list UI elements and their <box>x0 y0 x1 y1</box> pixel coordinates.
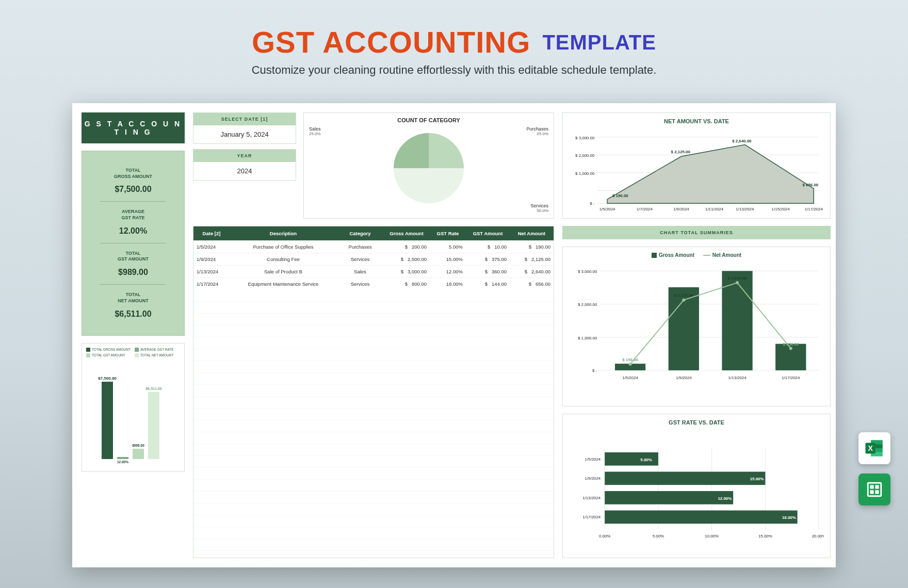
hbar-svg: 5.00% 15.00% 12.00% 18.00% 1/5/2024 1/9/… <box>569 428 824 561</box>
pie-label-services: Services50.0% <box>530 203 548 213</box>
legend-net-amt: TOTAL NET AMOUNT <box>135 353 180 357</box>
svg-text:$ 3,000.00: $ 3,000.00 <box>578 270 597 274</box>
mini-bars-svg: $7,500.00 12.00% $989.00 $6,511.00 <box>91 369 179 466</box>
stat-gross-label: TOTALGROSS AMOUNT <box>86 168 180 179</box>
table-row[interactable]: 1/5/2024Purchase of Office SuppliesPurch… <box>193 241 554 253</box>
stat-avg-rate: AVERAGEGST RATE 12.00% <box>86 202 180 242</box>
transactions-table: Date [2] Description Category Gross Amou… <box>193 226 554 558</box>
stat-gst-amount: TOTALGST AMOUNT $989.00 <box>86 243 180 284</box>
svg-text:$ 190.00: $ 190.00 <box>612 193 628 198</box>
svg-text:1/11/2024: 1/11/2024 <box>705 207 724 211</box>
svg-text:5.00%: 5.00% <box>653 534 664 538</box>
svg-text:1/15/2024: 1/15/2024 <box>771 207 790 211</box>
svg-rect-65 <box>605 511 797 524</box>
year-picker-value: 2024 <box>193 162 296 180</box>
svg-rect-6 <box>148 392 159 459</box>
svg-text:1/7/2024: 1/7/2024 <box>637 207 653 211</box>
year-picker[interactable]: YEAR 2024 <box>193 149 296 181</box>
date-picker-label: SELECT DATE [1] <box>193 113 296 125</box>
stat-net-value: $6,511.00 <box>86 309 180 319</box>
svg-text:$ 190.00: $ 190.00 <box>622 358 638 363</box>
svg-point-45 <box>789 347 792 350</box>
svg-text:1/5/2024: 1/5/2024 <box>599 207 615 211</box>
legend-gst-amt: TOTAL GST AMOUNT <box>86 353 132 357</box>
table-row[interactable]: 1/9/2024Consulting FeeServices$ 2,500.00… <box>193 253 554 266</box>
table-row[interactable]: 1/17/2024Equipment Maintenance ServiceSe… <box>193 278 554 290</box>
svg-text:$ 2,000.00: $ 2,000.00 <box>575 153 595 158</box>
svg-text:1/9/2024: 1/9/2024 <box>673 207 689 211</box>
table-body: 1/5/2024Purchase of Office SuppliesPurch… <box>193 241 554 290</box>
right-column: NET AMOUNT VS. DATE $ 3,000.00 $ 2,000.0… <box>562 112 831 558</box>
svg-text:1/13/2024: 1/13/2024 <box>736 207 754 211</box>
template-canvas: G S T A C C O U N T I N G TOTALGROSS AMO… <box>72 103 836 567</box>
svg-text:$ 1,000.00: $ 1,000.00 <box>578 336 597 340</box>
svg-rect-0 <box>102 382 113 459</box>
legend-avg-rate: AVERAGE GST RATE <box>135 348 180 352</box>
line-icon <box>703 255 710 256</box>
svg-text:$7,500.00: $7,500.00 <box>98 376 117 381</box>
page-subtitle: Customize your cleaning routine effortle… <box>0 63 908 77</box>
svg-point-42 <box>629 363 632 366</box>
svg-text:$ 3,000.00: $ 3,000.00 <box>575 136 595 140</box>
google-sheets-icon <box>858 473 890 505</box>
svg-text:1/17/2024: 1/17/2024 <box>782 375 800 380</box>
stat-avg-rate-label: AVERAGEGST RATE <box>86 209 180 221</box>
svg-text:15.00%: 15.00% <box>758 534 772 538</box>
svg-text:12.00%: 12.00% <box>117 460 128 464</box>
empty-rows <box>193 290 554 558</box>
svg-marker-18 <box>607 145 814 204</box>
svg-text:0.00%: 0.00% <box>599 534 610 538</box>
stat-net-label: TOTALNET AMOUNT <box>86 292 180 304</box>
middle-column: SELECT DATE [1] January 5, 2024 YEAR 202… <box>193 112 554 558</box>
pie-label-sales: Sales25.0% <box>309 126 321 136</box>
svg-text:1/5/2024: 1/5/2024 <box>622 375 638 380</box>
table-header: Date [2] Description Category Gross Amou… <box>193 226 554 241</box>
svg-point-43 <box>682 299 685 302</box>
svg-text:$ 656.00: $ 656.00 <box>803 183 819 187</box>
pie-svg <box>385 124 473 212</box>
svg-text:15.00%: 15.00% <box>750 477 764 481</box>
svg-text:1/9/2024: 1/9/2024 <box>676 375 692 380</box>
pie-label-purchases: Purchases25.0% <box>526 126 548 136</box>
svg-text:$ 2,640.00: $ 2,640.00 <box>732 139 752 143</box>
svg-text:18.00%: 18.00% <box>782 515 796 520</box>
table-row[interactable]: 1/13/2024Sale of Product BSales$ 3,000.0… <box>193 266 554 278</box>
svg-text:$ 2,000.00: $ 2,000.00 <box>578 303 597 307</box>
svg-text:$ -: $ - <box>590 201 595 206</box>
svg-text:12.00%: 12.00% <box>718 496 732 501</box>
svg-text:$ 2,125.00: $ 2,125.00 <box>674 293 694 298</box>
date-picker[interactable]: SELECT DATE [1] January 5, 2024 <box>193 112 296 144</box>
square-icon <box>652 253 657 258</box>
excel-icon: X <box>858 432 890 464</box>
combo-legend: Gross Amount Net Amount <box>569 252 824 258</box>
svg-text:$ 1,000.00: $ 1,000.00 <box>575 171 595 176</box>
stat-net: TOTALNET AMOUNT $6,511.00 <box>86 285 180 325</box>
left-column: G S T A C C O U N T I N G TOTALGROSS AMO… <box>82 112 185 558</box>
pie-title: COUNT OF CATEGORY <box>311 117 546 123</box>
svg-text:5.00%: 5.00% <box>640 458 652 462</box>
svg-text:$6,511.00: $6,511.00 <box>145 387 161 391</box>
date-picker-value: January 5, 2024 <box>193 125 296 143</box>
net-chart-title: NET AMOUNT VS. DATE <box>569 118 824 124</box>
svg-text:$ 2,125.00: $ 2,125.00 <box>671 150 691 154</box>
stat-gross: TOTALGROSS AMOUNT $7,500.00 <box>86 160 180 201</box>
svg-text:1/9/2024: 1/9/2024 <box>585 476 601 481</box>
svg-rect-63 <box>605 491 733 504</box>
totals-bar-chart: TOTAL GROSS AMOUNT AVERAGE GST RATE TOTA… <box>82 343 185 472</box>
svg-text:$ 2,640.00: $ 2,640.00 <box>727 276 747 281</box>
svg-text:$ -: $ - <box>592 368 597 373</box>
summary-stats: TOTALGROSS AMOUNT $7,500.00 AVERAGEGST R… <box>82 151 185 336</box>
combo-svg: $ 3,000.00 $ 2,000.00 $ 1,000.00 $ - $ 1… <box>569 260 824 394</box>
svg-text:X: X <box>868 444 873 452</box>
svg-text:1/17/2024: 1/17/2024 <box>805 207 823 211</box>
mini-legend: TOTAL GROSS AMOUNT AVERAGE GST RATE TOTA… <box>86 348 180 358</box>
year-picker-label: YEAR <box>193 150 296 162</box>
svg-text:$989.00: $989.00 <box>132 444 144 448</box>
stat-gst-amount-label: TOTALGST AMOUNT <box>86 251 180 263</box>
marketing-header: GST ACCOUNTING TEMPLATE Customize your c… <box>0 0 908 77</box>
svg-text:1/13/2024: 1/13/2024 <box>582 496 601 500</box>
svg-rect-2 <box>117 457 128 459</box>
gst-rate-hbar-chart: GST RATE VS. DATE 5.00% 15.00% 12.00% 18… <box>562 414 831 558</box>
svg-rect-4 <box>133 449 144 459</box>
filters: SELECT DATE [1] January 5, 2024 YEAR 202… <box>193 112 296 181</box>
